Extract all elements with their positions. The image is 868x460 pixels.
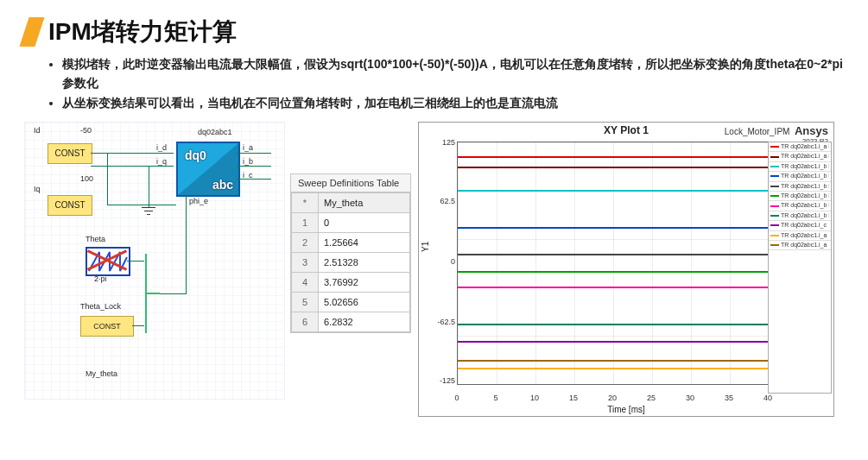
legend-item: TR dq02abc1.i_b My_theta='6.2832'	[769, 211, 831, 221]
id-value: -50	[80, 126, 92, 135]
const-block-thetalock: CONST	[80, 316, 134, 337]
xtick: 30	[686, 394, 694, 402]
id-label: Id	[34, 126, 41, 135]
abc-label: abc	[212, 178, 233, 192]
table-row: 66.2832	[292, 312, 410, 332]
xy-plot: XY Plot 1 Lock_Motor_IPM Ansys 2023 R2 Y…	[418, 122, 834, 417]
title-accent	[19, 17, 44, 47]
legend-item: TR dq02abc1.i_a	[769, 241, 831, 250]
ytick: 62.5	[429, 197, 455, 205]
port-iq: i_q	[156, 157, 167, 166]
iq-label: Iq	[34, 185, 41, 193]
iq-value: 100	[80, 174, 93, 183]
table-row: 43.76992	[292, 273, 410, 293]
sweep-col: My_theta	[319, 193, 410, 213]
series-line	[458, 324, 769, 325]
dq0abc-block: dq0 abc	[176, 142, 240, 197]
ytick: 125	[429, 138, 455, 147]
selector-icon	[144, 254, 162, 333]
ytick: 0	[429, 257, 455, 266]
table-row: 10	[292, 213, 410, 233]
legend-item: TR dq02abc1.i_b My_theta='0'	[769, 162, 831, 172]
legend-item: TR dq02abc1.i_a My_theta='5.02656'	[769, 142, 831, 152]
legend-item: TR dq02abc1.i_a	[769, 231, 831, 241]
series-line	[458, 167, 769, 168]
two-pi-label: 2·pi	[94, 274, 107, 283]
xtick: 10	[530, 394, 539, 402]
table-row: 32.51328	[292, 253, 410, 273]
series-line	[458, 156, 769, 158]
xtick: 0	[454, 394, 459, 402]
xtick: 15	[569, 394, 578, 402]
phi-label: phi_e	[189, 197, 208, 205]
legend-item: TR dq02abc1.i_b My_theta='1.25664'	[769, 172, 831, 181]
xtick: 20	[608, 394, 617, 402]
ytick: -62.5	[429, 318, 455, 326]
port-id: i_d	[156, 143, 167, 152]
sweep-panel: Sweep Definitions Table *My_theta 10 21.…	[290, 173, 411, 333]
bullet-item: 从坐标变换结果可以看出，当电机在不同位置角堵转时，加在电机三相绕组上的也是直流电…	[62, 94, 844, 113]
my-theta-label: My_theta	[86, 369, 117, 378]
port-ib: i_b	[243, 157, 253, 166]
sweep-table: *My_theta 10 21.25664 32.51328 43.76992 …	[291, 192, 410, 332]
const-block-id: CONST	[48, 143, 92, 164]
x-axis-label: Time [ms]	[419, 405, 833, 414]
page-title: IPM堵转力矩计算	[48, 16, 237, 48]
bullet-list: 模拟堵转，此时逆变器输出电流最大限幅值，假设为sqrt(100*100+(-50…	[28, 55, 844, 113]
legend-item: TR dq02abc1.i_b My_theta='3.76992'	[769, 192, 831, 201]
xtick: 25	[647, 394, 656, 402]
legend-item: TR dq02abc1.i_c	[769, 221, 831, 230]
bullet-item: 模拟堵转，此时逆变器输出电流最大限幅值，假设为sqrt(100*100+(-50…	[62, 55, 844, 92]
theta-lock-label: Theta_Lock	[80, 302, 121, 311]
table-row: 55.02656	[292, 293, 410, 312]
port-ia: i_a	[243, 143, 253, 152]
theta-label: Theta	[86, 235, 105, 243]
sweep-header: Sweep Definitions Table	[291, 174, 410, 192]
legend-item: TR dq02abc1.i_a My_theta='6.2832'	[769, 152, 831, 161]
y-axis-label: Y1	[421, 242, 430, 252]
series-line	[458, 341, 769, 343]
ground-icon	[142, 207, 155, 219]
series-line	[458, 360, 769, 362]
series-line	[458, 368, 769, 369]
series-line	[458, 190, 769, 192]
ytick: -125	[429, 376, 455, 385]
dq0-label: dq0	[185, 148, 206, 162]
series-line	[458, 287, 769, 288]
xtick: 5	[493, 394, 497, 402]
legend-item: TR dq02abc1.i_b My_theta='5.02656'	[769, 201, 831, 211]
legend: TR dq02abc1.i_a My_theta='5.02656'TR dq0…	[768, 142, 832, 394]
series-line	[458, 254, 769, 255]
legend-item: TR dq02abc1.i_b My_theta='2.51328'	[769, 182, 831, 192]
xtick: 35	[725, 394, 733, 402]
series-line	[458, 227, 769, 229]
block-name: dq02abc1	[198, 128, 232, 136]
series-line	[458, 271, 769, 273]
block-diagram: Id -50 CONST Iq 100 CONST i_d i_q i_a i_…	[24, 122, 285, 400]
xtick: 40	[763, 394, 772, 402]
table-row: 21.25664	[292, 233, 410, 253]
const-block-iq: CONST	[48, 195, 92, 216]
